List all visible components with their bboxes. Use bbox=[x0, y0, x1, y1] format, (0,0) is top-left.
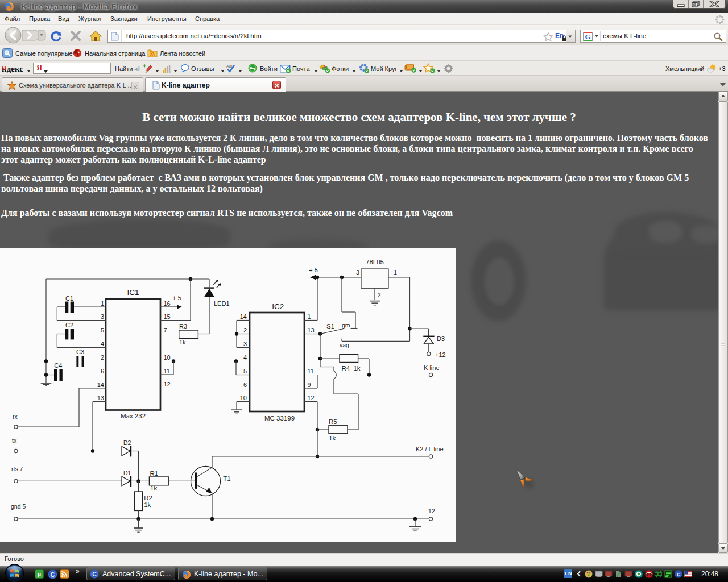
svg-text:R5: R5 bbox=[329, 418, 337, 425]
svg-text:1: 1 bbox=[394, 269, 397, 276]
svg-text:rx: rx bbox=[13, 413, 18, 420]
svg-text:14: 14 bbox=[240, 313, 247, 320]
svg-text:R1: R1 bbox=[150, 470, 158, 477]
svg-text:11: 11 bbox=[308, 368, 314, 375]
svg-text:C3: C3 bbox=[76, 348, 84, 355]
svg-text:5: 5 bbox=[101, 327, 104, 334]
svg-text:D2: D2 bbox=[123, 439, 131, 446]
svg-text:3: 3 bbox=[101, 313, 104, 320]
svg-text:T1: T1 bbox=[223, 475, 230, 482]
svg-text:1k: 1k bbox=[144, 501, 151, 508]
svg-text:gm: gm bbox=[342, 322, 350, 329]
svg-text:Max 232: Max 232 bbox=[121, 413, 146, 419]
svg-text:10: 10 bbox=[164, 354, 171, 361]
svg-text:6: 6 bbox=[101, 368, 104, 375]
svg-text:C2: C2 bbox=[65, 322, 73, 329]
svg-text:R4 1k: R4 1k bbox=[341, 365, 360, 372]
svg-text:S1: S1 bbox=[326, 323, 334, 330]
svg-text:5: 5 bbox=[243, 368, 247, 375]
svg-text:C: C bbox=[51, 571, 55, 578]
svg-text:K2 / L line: K2 / L line bbox=[416, 446, 444, 452]
svg-text:16: 16 bbox=[164, 300, 171, 307]
svg-text:-12: -12 bbox=[426, 508, 435, 514]
svg-text:1k: 1k bbox=[329, 435, 336, 442]
svg-text:4: 4 bbox=[101, 340, 104, 347]
svg-text:10: 10 bbox=[240, 394, 247, 401]
svg-text:LED1: LED1 bbox=[214, 300, 230, 307]
svg-text:D3: D3 bbox=[437, 335, 445, 342]
svg-text:6: 6 bbox=[243, 381, 247, 388]
svg-text:C1: C1 bbox=[65, 295, 73, 302]
svg-text:+ 5: + 5 bbox=[172, 294, 181, 301]
svg-text:C4: C4 bbox=[54, 362, 62, 369]
svg-text:+ 5: + 5 bbox=[309, 267, 318, 273]
svg-text:3: 3 bbox=[243, 340, 247, 347]
svg-text:tx: tx bbox=[12, 437, 17, 444]
svg-text:IC1: IC1 bbox=[127, 288, 139, 297]
svg-text:µ: µ bbox=[38, 571, 41, 577]
svg-text:rts 7: rts 7 bbox=[11, 465, 23, 472]
svg-text:2: 2 bbox=[101, 354, 104, 361]
svg-text:G: G bbox=[585, 32, 590, 41]
svg-text:1: 1 bbox=[308, 313, 311, 320]
svg-text:D1: D1 bbox=[123, 469, 131, 476]
svg-text:2: 2 bbox=[243, 327, 247, 334]
svg-text:R3: R3 bbox=[179, 323, 187, 330]
svg-text:14: 14 bbox=[97, 381, 104, 388]
svg-text:IC2: IC2 bbox=[272, 302, 284, 311]
svg-text:2: 2 bbox=[378, 292, 381, 298]
svg-text:78L05: 78L05 bbox=[366, 259, 384, 265]
svg-text:vag: vag bbox=[340, 342, 349, 348]
svg-text:15: 15 bbox=[164, 313, 171, 320]
svg-text:1: 1 bbox=[101, 300, 104, 307]
svg-text:K line: K line bbox=[424, 364, 440, 371]
svg-text:1k: 1k bbox=[179, 339, 186, 346]
svg-text:C: C bbox=[677, 572, 681, 577]
svg-text:4: 4 bbox=[243, 354, 247, 361]
svg-text:13: 13 bbox=[97, 394, 104, 401]
svg-text:1k: 1k bbox=[150, 485, 157, 492]
svg-text:9: 9 bbox=[308, 381, 311, 388]
svg-text:12: 12 bbox=[164, 381, 171, 388]
svg-text:11: 11 bbox=[164, 368, 170, 375]
svg-text:+12: +12 bbox=[435, 351, 446, 358]
svg-text:R2: R2 bbox=[144, 494, 152, 501]
svg-text:12: 12 bbox=[308, 394, 315, 401]
svg-text:MC 33199: MC 33199 bbox=[264, 415, 295, 422]
svg-text:7: 7 bbox=[164, 327, 167, 334]
svg-text:3: 3 bbox=[356, 269, 359, 276]
svg-text:13: 13 bbox=[308, 327, 315, 334]
svg-text:C: C bbox=[92, 571, 97, 577]
svg-text:gnd 5: gnd 5 bbox=[11, 503, 26, 510]
